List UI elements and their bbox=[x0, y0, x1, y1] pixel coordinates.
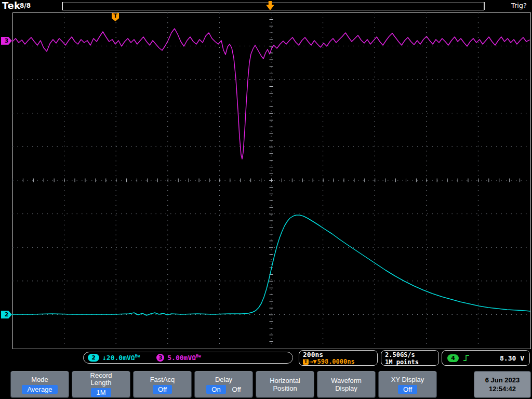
record-length-value: 1M bbox=[91, 388, 111, 397]
record-length-button[interactable]: Record Length 1M bbox=[72, 371, 130, 398]
waveform-display-title-line1: Waveform bbox=[331, 377, 362, 384]
delay-arrows: →▼ bbox=[309, 358, 316, 365]
timebase-readout[interactable]: 200ns T →▼ 598.0000ns bbox=[299, 350, 378, 366]
channel2-badge[interactable]: 2 bbox=[88, 354, 99, 362]
trigger-source-badge: 4 bbox=[447, 354, 459, 362]
horizontal-position-title-line2: Position bbox=[270, 384, 300, 392]
delay-trigger-flag-icon: T bbox=[303, 359, 309, 365]
mode-button[interactable]: Mode Average bbox=[10, 371, 69, 398]
acquisition-record-bar bbox=[62, 3, 484, 10]
time-label: 12:54:42 bbox=[489, 384, 516, 393]
channel3-bandwidth-label: Bw bbox=[196, 354, 201, 358]
mode-button-title: Mode bbox=[31, 376, 48, 383]
trigger-slope-icon bbox=[463, 354, 470, 362]
datetime-display: 6 Jun 2023 12:54:42 bbox=[474, 371, 531, 398]
fastacq-value: Off bbox=[153, 385, 172, 394]
fastacq-title: FastAcq bbox=[150, 376, 175, 383]
channel3-scale: 5.00mVΩBw bbox=[167, 354, 201, 362]
waveform-display-button[interactable]: Waveform Display bbox=[317, 371, 376, 398]
record-length-readout: 1M points bbox=[385, 358, 435, 366]
sample-rate: 2.50GS/s bbox=[385, 351, 435, 358]
delay-title: Delay bbox=[215, 376, 232, 383]
record-length-title-line1: Record bbox=[90, 372, 112, 379]
channel2-bandwidth-label: Bw bbox=[135, 354, 140, 358]
tek-logo: Tek bbox=[2, 0, 21, 11]
delay-on-option[interactable]: On bbox=[206, 385, 225, 394]
channel2-scale: ↓20.0mVΩBw bbox=[102, 354, 140, 362]
timebase-scale: 200ns bbox=[303, 351, 374, 358]
waveform-display-title-line2: Display bbox=[331, 384, 362, 392]
oscilloscope-screen: Tek 8/8 Trig? T 3 2 2 ↓20.0mVΩBw 3 5.00m… bbox=[0, 0, 532, 399]
trigger-status: Trig? bbox=[511, 2, 527, 9]
channel3-badge[interactable]: 3 bbox=[156, 354, 164, 362]
xy-display-title: XY Display bbox=[391, 376, 424, 383]
xy-display-value: Off bbox=[398, 385, 417, 394]
mode-button-value: Average bbox=[22, 385, 57, 394]
channel2-ground-marker[interactable]: 2 bbox=[1, 311, 12, 318]
horizontal-position-button[interactable]: Horizontal Position bbox=[256, 371, 314, 398]
trigger-level: 8.30 V bbox=[500, 354, 524, 362]
acquisition-ratio: 8/8 bbox=[20, 2, 31, 9]
horizontal-position-title-line1: Horizontal bbox=[270, 377, 300, 384]
trigger-readout[interactable]: 4 8.30 V bbox=[442, 350, 530, 366]
acquisition-readout[interactable]: 2.50GS/s 1M points bbox=[381, 350, 439, 366]
delay-button[interactable]: Delay On Off bbox=[194, 371, 253, 398]
fastacq-button[interactable]: FastAcq Off bbox=[133, 371, 192, 398]
record-length-title-line2: Length bbox=[90, 379, 112, 387]
delay-value: 598.0000ns bbox=[317, 358, 354, 365]
channel-readouts[interactable]: 2 ↓20.0mVΩBw 3 5.00mVΩBw bbox=[83, 352, 293, 364]
graticule bbox=[12, 12, 531, 349]
channel3-ground-marker[interactable]: 3 bbox=[1, 37, 12, 45]
date-label: 6 Jun 2023 bbox=[485, 376, 520, 384]
delay-off-option[interactable]: Off bbox=[232, 385, 241, 393]
xy-display-button[interactable]: XY Display Off bbox=[378, 371, 437, 398]
